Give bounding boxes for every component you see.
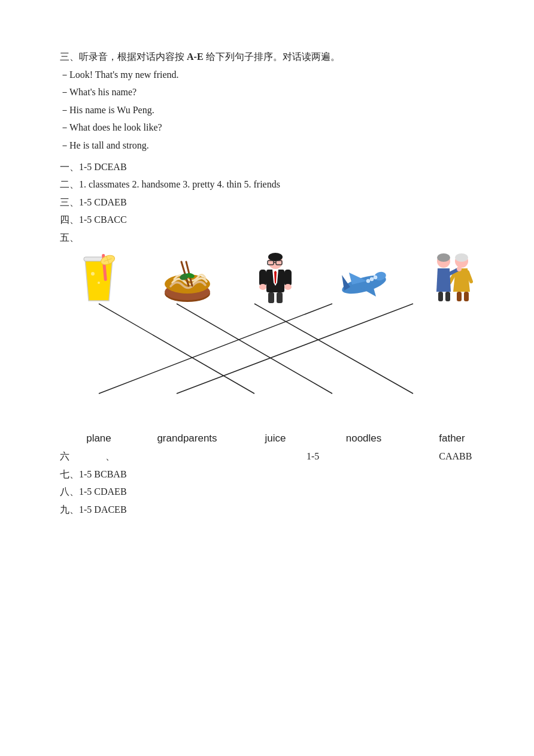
label-plane: plane: [60, 433, 138, 444]
answer-jiu: 九、1-5 DACEB: [60, 501, 474, 519]
svg-rect-48: [464, 292, 469, 301]
image-man: [236, 253, 314, 304]
plane-svg: [337, 262, 391, 304]
answer-ba: 八、1-5 CDAEB: [60, 483, 474, 501]
line4: －What does he look like?: [60, 119, 474, 137]
image-grandparents: [413, 253, 491, 304]
image-juice: [60, 253, 138, 304]
section3-instruction: 三、听录音，根据对话内容按 A-E 给下列句子排序。对话读两遍。 －Look! …: [60, 48, 474, 155]
svg-line-54: [177, 304, 413, 394]
svg-point-43: [437, 253, 450, 262]
answer-wu: 五、: [60, 229, 474, 247]
main-content: 三、听录音，根据对话内容按 A-E 给下列句子排序。对话读两遍。 －Look! …: [60, 48, 474, 518]
svg-point-25: [259, 284, 266, 290]
svg-line-52: [177, 304, 332, 394]
section6-label: 1-5: [307, 451, 319, 462]
svg-line-53: [99, 304, 332, 394]
line3: －His name is Wu Peng.: [60, 101, 474, 119]
section6-answer: CAABB: [439, 451, 472, 462]
svg-line-51: [99, 304, 254, 394]
svg-line-55: [254, 304, 413, 394]
answer-qi: 七、1-5 BCBAB: [60, 465, 474, 483]
svg-point-26: [284, 284, 292, 290]
label-juice: juice: [236, 433, 314, 444]
svg-rect-28: [277, 292, 283, 303]
svg-point-36: [374, 276, 377, 279]
svg-point-16: [268, 253, 283, 261]
image-plane: [325, 262, 403, 304]
svg-point-46: [457, 267, 462, 271]
man-svg: [254, 253, 296, 304]
svg-rect-23: [259, 270, 266, 286]
section6: 六 、 1-5 CAABB: [60, 450, 474, 463]
answers-section: 一、1-5 DCEAB 二、1. classmates 2. handsome …: [60, 158, 474, 247]
label-juice-text: juice: [265, 433, 286, 444]
svg-rect-27: [268, 292, 274, 303]
noodles-svg: [163, 259, 211, 304]
svg-rect-47: [457, 292, 462, 301]
image-noodles: [148, 259, 226, 304]
grandparents-svg: [427, 253, 478, 304]
juice-svg: [78, 253, 120, 304]
section3-text: 三、听录音，根据对话内容按 A-E 给下列句子排序。对话读两遍。: [60, 48, 474, 66]
svg-marker-0: [85, 259, 113, 301]
section6-prefix: 六: [60, 450, 69, 463]
label-noodles-text: noodles: [346, 433, 382, 444]
svg-point-6: [91, 272, 95, 276]
svg-point-38: [455, 253, 468, 262]
answer-san: 三、1-5 CDAEB: [60, 193, 474, 211]
svg-point-7: [98, 282, 100, 284]
line1: －Look! That's my new friend.: [60, 66, 474, 84]
svg-point-35: [370, 277, 374, 281]
sections-789: 七、1-5 BCBAB 八、1-5 CDAEB 九、1-5 DACEB: [60, 465, 474, 519]
label-grandparents: grandparents: [148, 433, 226, 444]
line2: －What's his name?: [60, 83, 474, 101]
svg-point-34: [366, 279, 370, 283]
line5: －He is tall and strong.: [60, 137, 474, 155]
label-father: father: [413, 433, 491, 444]
answer-er: 二、1. classmates 2. handsome 3. pretty 4.…: [60, 176, 474, 193]
svg-rect-49: [438, 292, 443, 301]
label-noodles: noodles: [325, 433, 403, 444]
labels-row: plane grandparents juice noodles father: [60, 433, 491, 444]
label-grandparents-text: grandparents: [157, 433, 217, 444]
svg-rect-50: [445, 292, 450, 301]
images-row: [60, 253, 491, 304]
svg-marker-44: [436, 268, 451, 292]
answer-yi: 一、1-5 DCEAB: [60, 158, 474, 176]
section6-dot: 、: [105, 450, 115, 463]
label-plane-text: plane: [86, 433, 111, 444]
label-father-text: father: [439, 433, 465, 444]
answer-si: 四、1-5 CBACC: [60, 211, 474, 229]
svg-rect-24: [284, 270, 292, 286]
matching-area: plane grandparents juice noodles father: [60, 253, 491, 444]
